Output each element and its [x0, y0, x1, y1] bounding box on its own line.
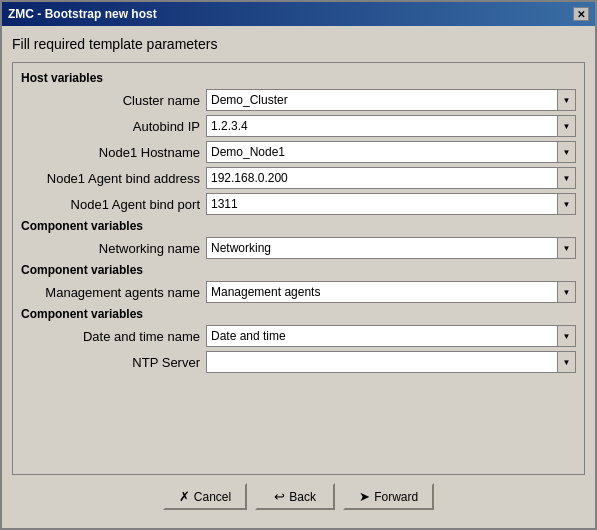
input-node1-hostname[interactable] [206, 141, 558, 163]
input-node1-agent-bind-address[interactable] [206, 167, 558, 189]
button-bar: ✗ Cancel ↩ Back ➤ Forward [12, 475, 585, 518]
label-node1-agent-bind-address: Node1 Agent bind address [21, 171, 206, 186]
label-ntp-server: NTP Server [21, 355, 206, 370]
input-networking-name[interactable] [206, 237, 558, 259]
input-autobind-ip[interactable] [206, 115, 558, 137]
window-content: Fill required template parameters Host v… [2, 26, 595, 528]
title-bar: ZMC - Bootstrap new host ✕ [2, 2, 595, 26]
field-node1-agent-bind-port: ▼ [206, 193, 576, 215]
cancel-label: Cancel [194, 490, 231, 504]
cancel-icon: ✗ [179, 489, 190, 504]
section-component-variables-2: Component variables Management agents na… [21, 263, 576, 303]
back-button[interactable]: ↩ Back [255, 483, 335, 510]
form-row-node1-agent-bind-address: Node1 Agent bind address ▼ [21, 167, 576, 189]
field-cluster-name: ▼ [206, 89, 576, 111]
field-node1-agent-bind-address: ▼ [206, 167, 576, 189]
page-title: Fill required template parameters [12, 36, 585, 52]
window-title: ZMC - Bootstrap new host [8, 7, 157, 21]
label-cluster-name: Cluster name [21, 93, 206, 108]
label-date-time-name: Date and time name [21, 329, 206, 344]
combo-arrow-management-agents-name[interactable]: ▼ [558, 281, 576, 303]
combo-arrow-node1-agent-bind-address[interactable]: ▼ [558, 167, 576, 189]
form-row-date-time-name: Date and time name ▼ [21, 325, 576, 347]
main-window: ZMC - Bootstrap new host ✕ Fill required… [0, 0, 597, 530]
input-management-agents-name[interactable] [206, 281, 558, 303]
section-component-variables-1-header: Component variables [21, 219, 576, 233]
section-component-variables-3-header: Component variables [21, 307, 576, 321]
form-row-cluster-name: Cluster name ▼ [21, 89, 576, 111]
form-row-networking-name: Networking name ▼ [21, 237, 576, 259]
input-node1-agent-bind-port[interactable] [206, 193, 558, 215]
label-autobind-ip: Autobind IP [21, 119, 206, 134]
field-networking-name: ▼ [206, 237, 576, 259]
section-host-variables-header: Host variables [21, 71, 576, 85]
field-management-agents-name: ▼ [206, 281, 576, 303]
scroll-inner: Host variables Cluster name ▼ Autobind I… [13, 63, 584, 385]
label-node1-agent-bind-port: Node1 Agent bind port [21, 197, 206, 212]
forward-button[interactable]: ➤ Forward [343, 483, 434, 510]
combo-arrow-node1-hostname[interactable]: ▼ [558, 141, 576, 163]
field-node1-hostname: ▼ [206, 141, 576, 163]
section-component-variables-3: Component variables Date and time name ▼… [21, 307, 576, 373]
combo-arrow-ntp-server[interactable]: ▼ [558, 351, 576, 373]
section-component-variables-1: Component variables Networking name ▼ [21, 219, 576, 259]
combo-arrow-networking-name[interactable]: ▼ [558, 237, 576, 259]
label-node1-hostname: Node1 Hostname [21, 145, 206, 160]
input-cluster-name[interactable] [206, 89, 558, 111]
scroll-area[interactable]: Host variables Cluster name ▼ Autobind I… [12, 62, 585, 475]
field-date-time-name: ▼ [206, 325, 576, 347]
forward-icon: ➤ [359, 489, 370, 504]
label-networking-name: Networking name [21, 241, 206, 256]
label-management-agents-name: Management agents name [21, 285, 206, 300]
back-icon: ↩ [274, 489, 285, 504]
close-button[interactable]: ✕ [573, 7, 589, 21]
cancel-button[interactable]: ✗ Cancel [163, 483, 247, 510]
combo-arrow-node1-agent-bind-port[interactable]: ▼ [558, 193, 576, 215]
field-autobind-ip: ▼ [206, 115, 576, 137]
form-row-node1-hostname: Node1 Hostname ▼ [21, 141, 576, 163]
form-row-management-agents-name: Management agents name ▼ [21, 281, 576, 303]
input-date-time-name[interactable] [206, 325, 558, 347]
combo-arrow-autobind-ip[interactable]: ▼ [558, 115, 576, 137]
form-row-autobind-ip: Autobind IP ▼ [21, 115, 576, 137]
forward-label: Forward [374, 490, 418, 504]
section-host-variables: Host variables Cluster name ▼ Autobind I… [21, 71, 576, 215]
field-ntp-server: ▼ [206, 351, 576, 373]
form-row-ntp-server: NTP Server ▼ [21, 351, 576, 373]
combo-arrow-cluster-name[interactable]: ▼ [558, 89, 576, 111]
section-component-variables-2-header: Component variables [21, 263, 576, 277]
combo-arrow-date-time-name[interactable]: ▼ [558, 325, 576, 347]
input-ntp-server[interactable] [206, 351, 558, 373]
form-row-node1-agent-bind-port: Node1 Agent bind port ▼ [21, 193, 576, 215]
back-label: Back [289, 490, 316, 504]
